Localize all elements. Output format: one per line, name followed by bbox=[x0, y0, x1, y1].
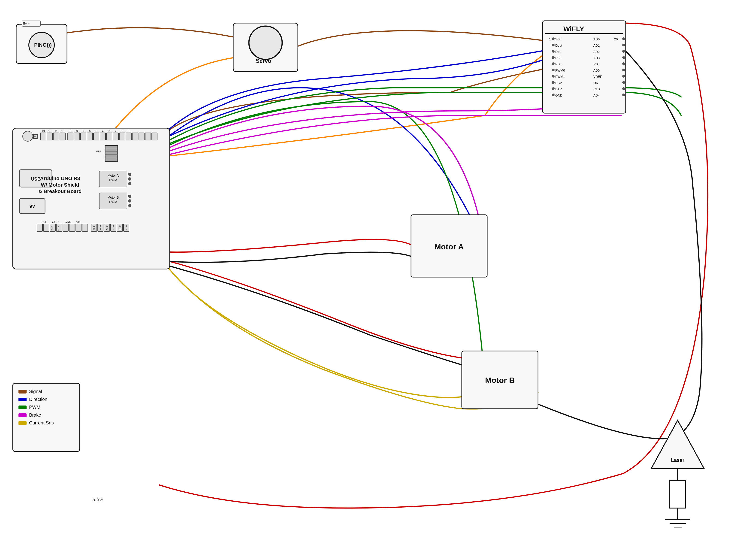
svg-text:PWM0: PWM0 bbox=[555, 69, 565, 72]
svg-rect-10 bbox=[552, 37, 555, 40]
svg-text:5: 5 bbox=[58, 226, 59, 229]
svg-text:A: A bbox=[119, 225, 121, 227]
laser-label: Laser bbox=[671, 457, 685, 463]
arduino-title-line3: & Breakout Board bbox=[38, 188, 82, 194]
9v-label: 9V bbox=[30, 204, 35, 209]
svg-text:12: 12 bbox=[48, 130, 51, 133]
svg-rect-108 bbox=[56, 224, 62, 231]
svg-rect-39 bbox=[622, 62, 625, 65]
svg-text:7: 7 bbox=[83, 130, 84, 133]
svg-text:8: 8 bbox=[76, 130, 78, 133]
motor-b-box-label: Motor B bbox=[485, 376, 515, 384]
svg-rect-110 bbox=[69, 224, 75, 231]
svg-text:5: 5 bbox=[126, 227, 127, 230]
legend-pwm: PWM bbox=[29, 405, 40, 410]
svg-text:DTR: DTR bbox=[555, 87, 562, 91]
motor-b: Motor B bbox=[462, 351, 538, 409]
usb-label: USB bbox=[31, 176, 41, 182]
svg-text:11: 11 bbox=[55, 130, 58, 133]
svg-text:Dout: Dout bbox=[555, 44, 562, 47]
svg-rect-60 bbox=[81, 133, 86, 140]
svg-text:Vin: Vin bbox=[76, 220, 81, 224]
svg-text:RST: RST bbox=[40, 220, 46, 224]
svg-text:2: 2 bbox=[106, 227, 108, 230]
svg-rect-61 bbox=[87, 133, 93, 140]
svg-text:AD2: AD2 bbox=[593, 50, 600, 54]
svg-rect-99 bbox=[128, 199, 131, 203]
svg-rect-94 bbox=[128, 173, 131, 176]
svg-text:v: v bbox=[58, 229, 59, 231]
svg-rect-105 bbox=[37, 224, 43, 231]
motor-b-pwm: PWM bbox=[109, 200, 117, 204]
svg-text:10: 10 bbox=[61, 130, 64, 133]
svg-text:AD3: AD3 bbox=[593, 56, 600, 60]
svg-text:PWM1: PWM1 bbox=[555, 75, 565, 79]
svg-rect-24 bbox=[552, 81, 555, 84]
svg-rect-54 bbox=[40, 133, 46, 140]
svg-rect-28 bbox=[552, 94, 555, 96]
arduino-board: + bbox=[13, 128, 170, 269]
svg-text:RST: RST bbox=[555, 62, 562, 66]
motor-a-pwm: PWM bbox=[109, 178, 117, 182]
motor-a-label: Motor A bbox=[108, 174, 119, 177]
svg-text:9: 9 bbox=[70, 130, 71, 133]
svg-text:3: 3 bbox=[51, 226, 53, 229]
svg-rect-45 bbox=[622, 81, 625, 84]
wifly-title: WiFLY bbox=[563, 25, 584, 33]
svg-rect-20 bbox=[552, 69, 555, 71]
vin-label: Vin bbox=[96, 149, 101, 153]
svg-rect-22 bbox=[552, 75, 555, 78]
svg-text:Vcc: Vcc bbox=[555, 37, 561, 41]
ping-label: PING))) bbox=[34, 42, 52, 48]
svg-text:Din: Din bbox=[555, 50, 560, 54]
svg-text:20: 20 bbox=[614, 37, 618, 41]
svg-text:RST: RST bbox=[593, 62, 600, 66]
svg-rect-70 bbox=[145, 133, 151, 140]
svg-text:CTS: CTS bbox=[593, 87, 600, 91]
svg-rect-41 bbox=[622, 69, 625, 71]
voltage-label: 3.3v! bbox=[92, 496, 103, 502]
svg-text:A: A bbox=[125, 225, 127, 227]
svg-rect-16 bbox=[552, 56, 555, 59]
svg-text:3: 3 bbox=[113, 227, 114, 230]
motor-a-box-label: Motor A bbox=[434, 242, 464, 251]
svg-point-5 bbox=[249, 26, 282, 59]
svg-text:0: 0 bbox=[128, 130, 130, 133]
svg-rect-106 bbox=[43, 224, 49, 231]
svg-rect-26 bbox=[552, 87, 555, 90]
svg-text:v: v bbox=[51, 229, 52, 231]
svg-text:RSV: RSV bbox=[555, 81, 562, 85]
legend-signal: Signal bbox=[29, 389, 42, 394]
svg-text:GND: GND bbox=[65, 220, 71, 224]
svg-rect-100 bbox=[128, 204, 131, 207]
svg-rect-62 bbox=[94, 133, 99, 140]
svg-point-51 bbox=[23, 131, 33, 141]
svg-rect-31 bbox=[622, 37, 625, 40]
svg-text:A: A bbox=[106, 225, 108, 227]
servo: Servo bbox=[233, 23, 298, 72]
svg-rect-109 bbox=[63, 224, 68, 231]
svg-rect-57 bbox=[60, 133, 65, 140]
svg-rect-12 bbox=[552, 44, 555, 46]
svg-rect-71 bbox=[152, 133, 157, 140]
servo-label: Servo bbox=[256, 58, 271, 64]
wifly: WiFLY 1Vcc Dout Din D08 RST PWM0 PWM1 RS… bbox=[543, 21, 626, 113]
ping-sensor: 5v + PING))) bbox=[16, 21, 67, 64]
svg-rect-107 bbox=[50, 224, 55, 231]
svg-rect-95 bbox=[128, 177, 131, 181]
svg-rect-47 bbox=[622, 87, 625, 90]
svg-text:4: 4 bbox=[119, 227, 121, 230]
legend-brake: Brake bbox=[29, 412, 41, 418]
svg-rect-49 bbox=[622, 94, 625, 96]
svg-rect-37 bbox=[622, 56, 625, 59]
svg-text:ON: ON bbox=[593, 81, 598, 85]
svg-text:A: A bbox=[112, 225, 114, 227]
svg-text:1: 1 bbox=[100, 227, 101, 230]
svg-text:GND: GND bbox=[555, 94, 562, 97]
svg-rect-6 bbox=[543, 21, 626, 113]
svg-text:+: + bbox=[34, 134, 36, 138]
svg-rect-55 bbox=[47, 133, 52, 140]
svg-rect-63 bbox=[100, 133, 106, 140]
svg-text:1: 1 bbox=[122, 130, 123, 133]
svg-rect-35 bbox=[622, 50, 625, 53]
